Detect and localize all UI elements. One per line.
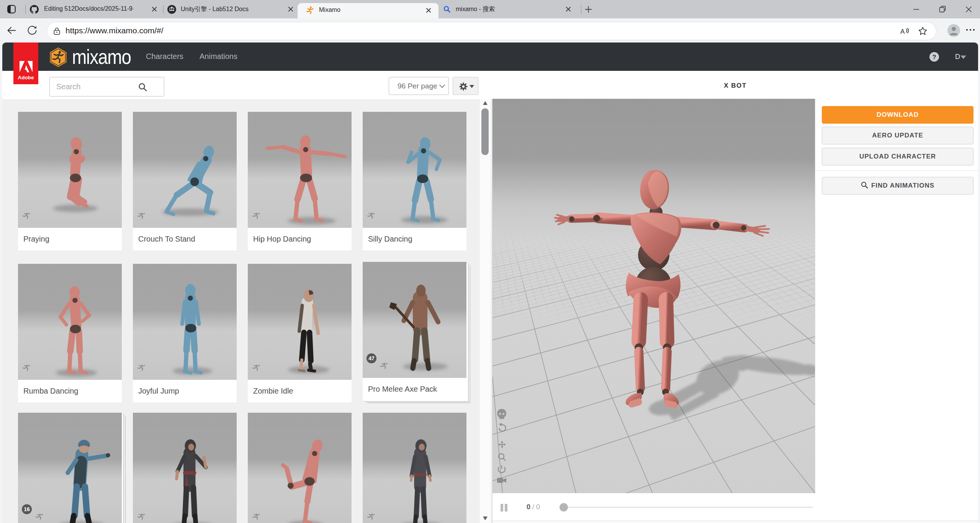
svg-text:A: A [900, 28, 905, 35]
svg-text:?: ? [932, 54, 936, 61]
